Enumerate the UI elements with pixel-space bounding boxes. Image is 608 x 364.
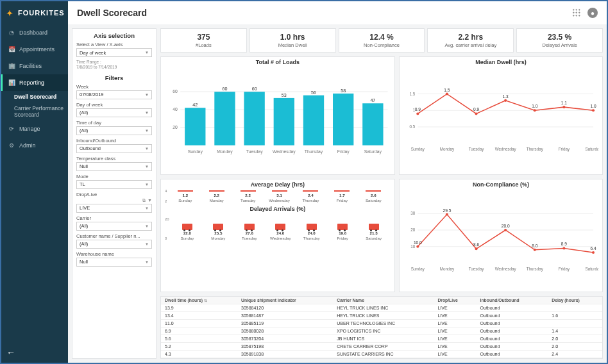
svg-text:8.0: 8.0 [532, 244, 537, 248]
sidebar-item-facilities[interactable]: 🏢Facilities [1, 58, 68, 74]
svg-text:47: 47 [370, 98, 375, 103]
table-row[interactable]: 5.2305875198CRETE CARRIER CORPLIVEOutbou… [161, 343, 602, 351]
svg-text:Tuesday: Tuesday [468, 267, 484, 272]
svg-text:Saturday: Saturday [585, 267, 598, 272]
table-header[interactable]: Dwell time (hours)⇅ [161, 297, 237, 304]
kpi-value: 375 [162, 33, 245, 42]
svg-point-75 [562, 247, 565, 250]
svg-text:Sunday: Sunday [188, 149, 203, 154]
filter-label: Inbound/Outbound [76, 138, 152, 144]
gauge-icon: ◔ [8, 29, 15, 36]
user-avatar-icon[interactable]: ● [587, 8, 598, 18]
svg-text:60: 60 [252, 87, 257, 92]
svg-text:40: 40 [173, 107, 178, 112]
sidebar-item-label: Facilities [19, 63, 42, 69]
table-row[interactable]: 5.6305873204JB HUNT ICSLIVEOutbound2.0 [161, 335, 602, 343]
svg-text:56: 56 [311, 90, 316, 95]
table-cell: 13.4 [161, 312, 237, 320]
table-cell: 1.6 [548, 312, 602, 320]
svg-text:Wednesday: Wednesday [273, 149, 296, 154]
svg-text:20: 20 [410, 228, 415, 232]
table-header[interactable]: Inbound/Outbound [477, 297, 548, 304]
apps-grid-icon[interactable] [572, 8, 581, 17]
kpi-card: 2.2 hrsAvg. carrier arrival delay [427, 28, 514, 53]
filter-select[interactable]: TL▼ [76, 180, 152, 189]
filter-label: Drop/Live [76, 192, 152, 197]
sidebar-item-label: Appointments [19, 46, 55, 53]
filter-select[interactable]: Null▼ [76, 162, 152, 171]
svg-text:1.3: 1.3 [502, 94, 508, 99]
table-header[interactable]: Delay (hours) [548, 297, 602, 304]
filter-select[interactable]: (All)▼ [76, 240, 152, 249]
sidebar-item-admin[interactable]: ⚙Admin [1, 137, 68, 154]
svg-text:Thursday: Thursday [527, 147, 544, 152]
table-row[interactable]: 13.9305884120HEYL TRUCK LINES INCLIVEOut… [161, 304, 602, 312]
sidebar-item-label: Admin [19, 142, 36, 149]
sidebar-item-manage[interactable]: ⟳Manage [1, 120, 68, 137]
table-row[interactable]: 4.3305891838SUNSTATE CARRIERS INCLIVEOut… [161, 351, 602, 358]
table-cell: Outbound [477, 335, 548, 343]
chevron-down-icon: ▼ [145, 129, 149, 133]
chevron-down-icon: ▼ [145, 260, 149, 264]
filter-options-icon[interactable]: ⧉ [142, 198, 146, 203]
table-header[interactable]: Carrier Name [333, 297, 434, 304]
svg-text:Friday: Friday [559, 147, 570, 152]
data-table: Dwell time (hours)⇅Unique shipment indic… [160, 296, 603, 359]
filter-select[interactable]: (All)▼ [76, 126, 152, 135]
table-row[interactable]: 13.4305881487HEYL TRUCK LINESLIVEOutboun… [161, 312, 602, 320]
svg-rect-18 [303, 95, 324, 145]
table-row[interactable]: 6.9305880028XPO LOGISTICS INCLIVEOutboun… [161, 327, 602, 335]
svg-point-72 [534, 249, 536, 251]
svg-point-33 [416, 112, 419, 115]
svg-point-36 [446, 93, 448, 95]
kpi-card: 12.4 %Non-Compliance [339, 28, 425, 53]
svg-text:Tuesday: Tuesday [468, 147, 484, 152]
svg-text:Wednesday: Wednesday [495, 267, 517, 272]
kpi-card: 1.0 hrsMedian Dwell [249, 28, 336, 53]
table-header[interactable]: Unique shipment indicator [237, 297, 333, 304]
calendar-icon: 📅 [8, 46, 15, 53]
filter-select[interactable]: Null▼ [76, 258, 152, 267]
filters-panel: Axis selection Select a View / X-axis Da… [72, 28, 156, 359]
svg-point-51 [592, 109, 595, 112]
sidebar-item-appointments[interactable]: 📅Appointments [1, 41, 68, 58]
filter-select[interactable]: 07/08/2019▼ [76, 90, 152, 99]
table-header[interactable]: Drop/Live [434, 297, 476, 304]
sidebar-item-dashboard[interactable]: ◔Dashboard [1, 24, 68, 41]
page-title: Dwell Scorecard [68, 1, 572, 24]
svg-text:6.4: 6.4 [590, 246, 596, 251]
filter-select[interactable]: Outbound▼ [76, 144, 152, 153]
svg-point-63 [446, 213, 448, 216]
svg-text:20: 20 [173, 125, 178, 129]
table-row[interactable]: 11.0305885119UBER TECHNOLOGIES INCLIVEOu… [161, 320, 602, 327]
sidebar: ◔Dashboard 📅Appointments 🏢Facilities 📊Re… [1, 24, 68, 363]
sidebar-sub-carrier-performance[interactable]: Carrier Performance Scorecard [1, 103, 68, 120]
svg-text:10.0: 10.0 [414, 240, 422, 245]
filter-label: Time of day [76, 120, 152, 126]
filter-select[interactable]: (All)▼ [76, 108, 152, 117]
chevron-down-icon[interactable]: ▼ [148, 198, 152, 203]
line-chart: 10203010.0Sunday29.5Monday8.6Tuesday20.0… [403, 189, 598, 290]
collapse-sidebar-button[interactable]: ← [1, 342, 68, 363]
chevron-down-icon: ▼ [145, 111, 149, 115]
sidebar-item-reporting[interactable]: 📊Reporting [1, 74, 68, 91]
axis-view-select[interactable]: Day of week▼ [76, 48, 152, 57]
filter-label: Day of week [76, 102, 152, 108]
brand-logo: FOURKITES [1, 1, 68, 24]
filter-select[interactable]: (All)▼ [76, 222, 152, 231]
svg-text:20.0: 20.0 [502, 224, 510, 228]
svg-rect-6 [185, 108, 205, 145]
sidebar-sub-dwell-scorecard[interactable]: Dwell Scorecard [1, 91, 68, 103]
kpi-card: 23.5 %Delayed Arrivals [516, 28, 603, 53]
table-cell: 305891838 [237, 351, 333, 358]
kpi-label: Avg. carrier arrival delay [429, 42, 512, 48]
kpi-label: Delayed Arrivals [518, 42, 601, 48]
svg-point-45 [534, 109, 536, 112]
sidebar-item-label: Manage [19, 126, 40, 132]
table-cell: HEYL TRUCK LINES [333, 312, 434, 320]
filter-select[interactable]: LIVE▼ [76, 204, 152, 213]
table-cell: Outbound [477, 343, 548, 351]
svg-text:Tuesday: Tuesday [246, 149, 263, 154]
kpi-value: 23.5 % [518, 33, 601, 42]
svg-text:60: 60 [173, 89, 178, 94]
